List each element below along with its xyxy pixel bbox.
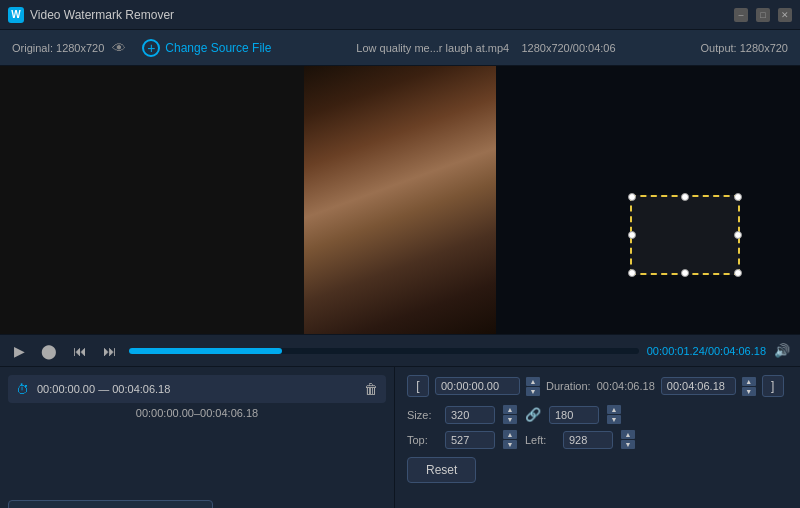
end-bracket-button[interactable]: ] — [762, 375, 784, 397]
end-time-up[interactable]: ▲ — [742, 377, 756, 386]
handle-bottom-right[interactable] — [734, 269, 742, 277]
left-label: Left: — [525, 434, 555, 446]
file-info: Low quality me...r laugh at.mp4 1280x720… — [271, 42, 700, 54]
handle-top-right[interactable] — [734, 193, 742, 201]
position-row: Top: ▲ ▼ Left: ▲ ▼ — [407, 430, 788, 449]
main-video-area — [0, 66, 800, 334]
width-down[interactable]: ▼ — [503, 415, 517, 424]
size-width-input[interactable] — [445, 406, 495, 424]
watermark-selection-rect[interactable] — [630, 195, 740, 275]
height-spinner: ▲ ▼ — [607, 405, 621, 424]
segment-icon: ⏱ — [16, 382, 29, 397]
end-time-input[interactable] — [661, 377, 736, 395]
start-time-up[interactable]: ▲ — [526, 377, 540, 386]
segment-row: ⏱ 00:00:00.00 — 00:04:06.18 🗑 — [8, 375, 386, 403]
video-left-region — [0, 66, 304, 334]
title-bar: W Video Watermark Remover – □ ✕ — [0, 0, 800, 30]
time-display: 00:00:01.24/00:04:06.18 — [647, 345, 766, 357]
duration-value: 00:04:06.18 — [597, 380, 655, 392]
left-up[interactable]: ▲ — [621, 430, 635, 439]
timeline-progress-fill — [129, 348, 282, 354]
segment-duration-label: 00:00:00.00–00:04:06.18 — [8, 407, 386, 419]
start-bracket-button[interactable]: [ — [407, 375, 429, 397]
window-controls: – □ ✕ — [734, 8, 792, 22]
top-label: Top: — [407, 434, 437, 446]
width-up[interactable]: ▲ — [503, 405, 517, 414]
file-meta-label: 1280x720/00:04:06 — [521, 42, 615, 54]
handle-bottom-mid[interactable] — [681, 269, 689, 277]
right-panel: [ ▲ ▼ Duration: 00:04:06.18 ▲ ▼ ] Size: … — [395, 367, 800, 508]
start-time-down[interactable]: ▼ — [526, 387, 540, 396]
original-resolution-label: Original: 1280x720 — [12, 42, 104, 54]
time-row: [ ▲ ▼ Duration: 00:04:06.18 ▲ ▼ ] — [407, 375, 788, 397]
size-row: Size: ▲ ▼ 🔗 ▲ ▼ — [407, 405, 788, 424]
play-button[interactable]: ▶ — [10, 341, 29, 361]
next-frame-button[interactable]: ⏭ — [99, 341, 121, 361]
segment-time-label: 00:00:00.00 — 00:04:06.18 — [37, 383, 364, 395]
video-center-content — [304, 66, 496, 334]
delete-segment-button[interactable]: 🗑 — [364, 381, 378, 397]
handle-bottom-left[interactable] — [628, 269, 636, 277]
stop-button[interactable]: ⬤ — [37, 341, 61, 361]
top-down[interactable]: ▼ — [503, 440, 517, 449]
volume-icon[interactable]: 🔊 — [774, 343, 790, 358]
size-height-input[interactable] — [549, 406, 599, 424]
maximize-button[interactable]: □ — [756, 8, 770, 22]
file-name-label: Low quality me...r laugh at.mp4 — [356, 42, 509, 54]
size-label: Size: — [407, 409, 437, 421]
handle-top-left[interactable] — [628, 193, 636, 201]
handle-top-mid[interactable] — [681, 193, 689, 201]
timeline-scrubber[interactable] — [129, 348, 639, 354]
left-panel: ⏱ 00:00:00.00 — 00:04:06.18 🗑 00:00:00.0… — [0, 367, 395, 508]
top-spinner: ▲ ▼ — [503, 430, 517, 449]
reset-button[interactable]: Reset — [407, 457, 476, 483]
add-watermark-area-button[interactable]: + Add watermark removing area — [8, 500, 213, 508]
plus-circle-icon: + — [142, 39, 160, 57]
prev-frame-button[interactable]: ⏮ — [69, 341, 91, 361]
link-icon[interactable]: 🔗 — [525, 407, 541, 422]
left-spinner: ▲ ▼ — [621, 430, 635, 449]
app-icon: W — [8, 7, 24, 23]
handle-mid-right[interactable] — [734, 231, 742, 239]
timeline-controls: ▶ ⬤ ⏮ ⏭ 00:00:01.24/00:04:06.18 🔊 — [0, 334, 800, 366]
start-time-spinner: ▲ ▼ — [526, 377, 540, 396]
video-frame — [0, 66, 800, 334]
minimize-button[interactable]: – — [734, 8, 748, 22]
end-time-down[interactable]: ▼ — [742, 387, 756, 396]
change-source-button[interactable]: + Change Source File — [142, 39, 271, 57]
output-resolution-label: Output: 1280x720 — [701, 42, 788, 54]
height-up[interactable]: ▲ — [607, 405, 621, 414]
close-button[interactable]: ✕ — [778, 8, 792, 22]
video-preview-area — [0, 66, 800, 334]
left-down[interactable]: ▼ — [621, 440, 635, 449]
app-title: Video Watermark Remover — [30, 8, 174, 22]
top-up[interactable]: ▲ — [503, 430, 517, 439]
end-time-spinner: ▲ ▼ — [742, 377, 756, 396]
top-input[interactable] — [445, 431, 495, 449]
duration-label: Duration: — [546, 380, 591, 392]
width-spinner: ▲ ▼ — [503, 405, 517, 424]
handle-mid-left[interactable] — [628, 231, 636, 239]
preview-toggle-icon[interactable]: 👁 — [112, 40, 126, 56]
left-input[interactable] — [563, 431, 613, 449]
height-down[interactable]: ▼ — [607, 415, 621, 424]
bottom-section: ⏱ 00:00:00.00 — 00:04:06.18 🗑 00:00:00.0… — [0, 366, 800, 508]
start-time-input[interactable] — [435, 377, 520, 395]
top-bar: Original: 1280x720 👁 + Change Source Fil… — [0, 30, 800, 66]
